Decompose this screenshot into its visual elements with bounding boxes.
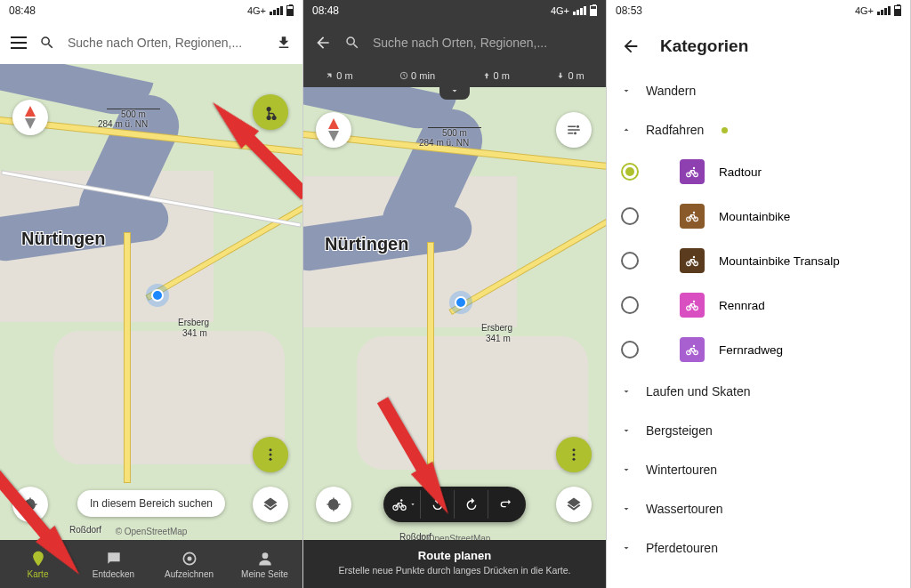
- category-wandern[interactable]: Wandern: [607, 71, 910, 110]
- stat-time: 0 min: [399, 70, 435, 81]
- route-options-button[interactable]: [556, 112, 592, 148]
- map-canvas[interactable]: 500 m 284 m ü. NN Nürtingen Ersberg 341 …: [303, 87, 606, 588]
- status-network: 4G+: [855, 5, 874, 16]
- city-label: Nürtingen: [325, 234, 408, 254]
- chevron-down-icon: [621, 425, 632, 436]
- subcategory-item[interactable]: Mountainbike Transalp: [607, 238, 910, 283]
- subcategory-item[interactable]: Rennrad: [607, 283, 910, 327]
- arrow-down-icon: [556, 71, 565, 80]
- plan-route-button[interactable]: [253, 94, 288, 130]
- status-time: 08:53: [616, 4, 642, 17]
- compass-button[interactable]: [316, 112, 351, 148]
- svg-point-4: [187, 556, 191, 560]
- search-button[interactable]: [344, 35, 360, 51]
- chat-icon: [105, 550, 123, 568]
- radio-button[interactable]: [621, 163, 639, 181]
- reverse-icon: [498, 497, 512, 511]
- layers-icon: [262, 496, 278, 512]
- radio-button[interactable]: [621, 296, 639, 314]
- locate-button[interactable]: [316, 487, 351, 522]
- bike-icon: [680, 159, 705, 184]
- activity-type-button[interactable]: [387, 490, 421, 519]
- more-button[interactable]: [253, 437, 288, 472]
- search-area-button[interactable]: In diesem Bereich suchen: [77, 490, 225, 517]
- category-pferdetouren[interactable]: Pferdetouren: [607, 528, 910, 568]
- search-icon: [39, 35, 55, 51]
- search-input[interactable]: Suche nach Orten, Regionen,...: [373, 36, 595, 50]
- download-button[interactable]: [276, 35, 292, 51]
- screen-categories: 08:53 4G+ Kategorien Wandern Radfahren R…: [607, 0, 911, 588]
- subcategory-item[interactable]: Radtour: [607, 149, 910, 194]
- tab-meine-seite[interactable]: Meine Seite: [227, 540, 302, 588]
- map-elevation: 284 m ü. NN: [98, 119, 148, 129]
- caret-down-icon: [409, 501, 416, 508]
- category-label: Wintertouren: [646, 463, 717, 477]
- more-button[interactable]: [556, 437, 592, 472]
- subcategory-item[interactable]: Mountainbike: [607, 194, 910, 238]
- category-bergsteigen[interactable]: Bergsteigen: [607, 411, 910, 450]
- tab-label: Entdecken: [93, 569, 134, 579]
- category-label: Laufen und Skaten: [646, 384, 751, 399]
- svg-point-8: [574, 132, 576, 134]
- layers-button[interactable]: [556, 487, 592, 522]
- category-label: Radfahren: [646, 123, 704, 137]
- radio-button[interactable]: [621, 341, 639, 358]
- svg-point-2: [270, 458, 272, 461]
- chevron-down-icon: [449, 85, 460, 96]
- record-icon: [181, 550, 198, 568]
- bike-icon: [680, 204, 705, 229]
- crosshair-icon: [326, 496, 342, 512]
- battery-icon: [894, 5, 901, 16]
- city-label: Nürtingen: [21, 229, 105, 249]
- category-label: Pferdetouren: [646, 541, 718, 555]
- redo-button[interactable]: [455, 490, 488, 519]
- status-icons: 4G+: [247, 5, 294, 16]
- radio-button[interactable]: [621, 207, 639, 225]
- status-icons: 4G+: [551, 5, 597, 16]
- battery-icon: [286, 5, 294, 16]
- category-label: Wandern: [646, 84, 696, 98]
- peak-name: Ersberg: [178, 318, 209, 327]
- chevron-down-icon: [621, 503, 632, 514]
- current-location-dot: [151, 289, 164, 302]
- tab-label: Aufzeichnen: [165, 569, 214, 579]
- category-wassertouren[interactable]: Wassertouren: [607, 489, 910, 528]
- compass-button[interactable]: [12, 100, 48, 135]
- svg-point-5: [262, 552, 268, 559]
- arrow-left-icon: [314, 34, 332, 52]
- expand-stats-button[interactable]: [439, 85, 470, 100]
- route-icon: [262, 104, 278, 120]
- subcategory-item[interactable]: Fernradweg: [607, 327, 910, 372]
- more-vertical-icon: [262, 447, 278, 463]
- back-button[interactable]: [314, 34, 332, 52]
- svg-point-26: [693, 301, 695, 302]
- back-button[interactable]: [621, 36, 641, 56]
- menu-button[interactable]: [11, 36, 27, 49]
- map-canvas[interactable]: 500 m 284 m ü. NN Nürtingen Ersberg 341 …: [0, 64, 302, 588]
- active-indicator-dot: [722, 127, 728, 133]
- category-radfahren[interactable]: Radfahren: [607, 110, 910, 149]
- bike-icon: [391, 496, 407, 512]
- reverse-button[interactable]: [488, 490, 522, 519]
- svg-point-23: [693, 256, 695, 258]
- status-icons: 4G+: [855, 5, 901, 16]
- tab-aufzeichnen[interactable]: Aufzeichnen: [151, 540, 227, 588]
- category-laufen[interactable]: Laufen und Skaten: [607, 372, 910, 411]
- map-attribution: © OpenStreetMap: [116, 527, 188, 536]
- search-input[interactable]: Suche nach Orten, Regionen,...: [68, 36, 263, 50]
- sliders-icon: [566, 122, 582, 138]
- search-button[interactable]: [39, 35, 55, 51]
- category-wintertouren[interactable]: Wintertouren: [607, 450, 910, 489]
- status-bar: 08:48 4G+: [0, 0, 302, 21]
- radio-button[interactable]: [621, 252, 639, 270]
- svg-point-19: [694, 217, 698, 222]
- route-banner[interactable]: Route planen Erstelle neue Punkte durch …: [303, 540, 606, 588]
- more-vertical-icon: [566, 447, 582, 463]
- chevron-down-icon: [621, 464, 632, 475]
- route-stats: 0 m 0 min 0 m 0 m: [303, 64, 606, 87]
- svg-point-11: [573, 458, 576, 461]
- bike-icon: [680, 248, 705, 273]
- hamburger-icon: [11, 36, 27, 49]
- status-bar: 08:53 4G+: [607, 0, 910, 21]
- layers-button[interactable]: [253, 487, 288, 522]
